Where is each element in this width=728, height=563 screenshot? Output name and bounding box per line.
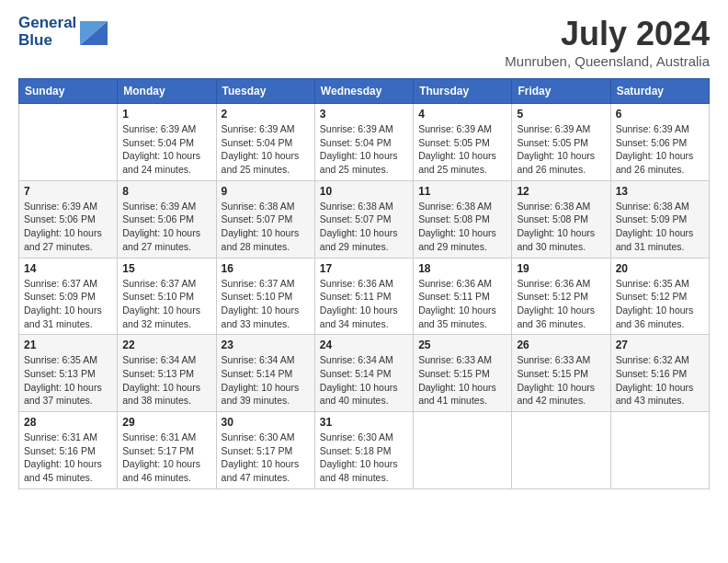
day-info: Sunrise: 6:34 AM Sunset: 5:13 PM Dayligh…: [122, 353, 210, 408]
day-number: 3: [320, 108, 408, 121]
day-info: Sunrise: 6:36 AM Sunset: 5:11 PM Dayligh…: [418, 277, 506, 331]
day-number: 5: [517, 108, 605, 121]
day-info: Sunrise: 6:37 AM Sunset: 5:10 PM Dayligh…: [122, 277, 210, 331]
day-number: 4: [418, 108, 506, 121]
day-number: 17: [320, 262, 408, 275]
logo-icon: [80, 12, 108, 45]
calendar-day-cell: 15Sunrise: 6:37 AM Sunset: 5:10 PM Dayli…: [118, 258, 216, 335]
day-number: 14: [24, 262, 112, 275]
day-info: Sunrise: 6:35 AM Sunset: 5:13 PM Dayligh…: [24, 353, 112, 408]
day-number: 28: [24, 416, 112, 429]
day-info: Sunrise: 6:38 AM Sunset: 5:08 PM Dayligh…: [418, 200, 506, 254]
logo-line1: General: [18, 15, 76, 32]
calendar-day-cell: 10Sunrise: 6:38 AM Sunset: 5:07 PM Dayli…: [314, 180, 413, 258]
day-number: 8: [122, 185, 210, 198]
day-number: 29: [122, 416, 210, 429]
calendar-table: SundayMondayTuesdayWednesdayThursdayFrid…: [18, 78, 710, 489]
calendar-day-cell: 17Sunrise: 6:36 AM Sunset: 5:11 PM Dayli…: [314, 258, 413, 335]
day-number: 13: [616, 185, 704, 198]
calendar-week-row: 7Sunrise: 6:39 AM Sunset: 5:06 PM Daylig…: [19, 180, 710, 258]
day-number: 24: [320, 339, 408, 351]
calendar-day-cell: 22Sunrise: 6:34 AM Sunset: 5:13 PM Dayli…: [118, 335, 216, 412]
calendar-day-cell: 29Sunrise: 6:31 AM Sunset: 5:17 PM Dayli…: [118, 412, 216, 489]
day-number: 20: [616, 262, 704, 275]
day-info: Sunrise: 6:37 AM Sunset: 5:09 PM Dayligh…: [24, 277, 112, 331]
main-title: July 2024: [505, 15, 710, 53]
day-number: 2: [222, 108, 310, 121]
day-info: Sunrise: 6:36 AM Sunset: 5:11 PM Dayligh…: [320, 277, 408, 331]
weekday-header: Tuesday: [216, 79, 314, 104]
calendar-week-row: 1Sunrise: 6:39 AM Sunset: 5:04 PM Daylig…: [19, 104, 710, 181]
day-info: Sunrise: 6:31 AM Sunset: 5:17 PM Dayligh…: [122, 431, 210, 485]
calendar-day-cell: [19, 104, 118, 181]
day-info: Sunrise: 6:30 AM Sunset: 5:18 PM Dayligh…: [320, 431, 408, 485]
page: General Blue July 2024 Munruben, Queensl…: [0, 0, 728, 563]
calendar-week-row: 14Sunrise: 6:37 AM Sunset: 5:09 PM Dayli…: [19, 258, 710, 335]
calendar-week-row: 21Sunrise: 6:35 AM Sunset: 5:13 PM Dayli…: [19, 335, 710, 412]
day-info: Sunrise: 6:39 AM Sunset: 5:05 PM Dayligh…: [418, 122, 506, 177]
calendar-day-cell: [512, 412, 610, 489]
logo-line2: Blue: [18, 32, 76, 50]
calendar-day-cell: 23Sunrise: 6:34 AM Sunset: 5:14 PM Dayli…: [216, 335, 314, 412]
calendar-day-cell: 12Sunrise: 6:38 AM Sunset: 5:08 PM Dayli…: [512, 180, 610, 258]
calendar-day-cell: 8Sunrise: 6:39 AM Sunset: 5:06 PM Daylig…: [118, 180, 216, 258]
day-info: Sunrise: 6:30 AM Sunset: 5:17 PM Dayligh…: [222, 431, 310, 485]
day-info: Sunrise: 6:35 AM Sunset: 5:12 PM Dayligh…: [616, 277, 704, 331]
day-info: Sunrise: 6:33 AM Sunset: 5:15 PM Dayligh…: [517, 353, 605, 408]
day-info: Sunrise: 6:37 AM Sunset: 5:10 PM Dayligh…: [222, 277, 310, 331]
day-number: 21: [24, 339, 112, 351]
day-number: 16: [222, 262, 310, 275]
calendar-day-cell: 5Sunrise: 6:39 AM Sunset: 5:05 PM Daylig…: [512, 104, 610, 181]
day-info: Sunrise: 6:38 AM Sunset: 5:09 PM Dayligh…: [616, 200, 704, 254]
calendar-day-cell: 11Sunrise: 6:38 AM Sunset: 5:08 PM Dayli…: [414, 180, 512, 258]
calendar-day-cell: 24Sunrise: 6:34 AM Sunset: 5:14 PM Dayli…: [314, 335, 413, 412]
day-info: Sunrise: 6:32 AM Sunset: 5:16 PM Dayligh…: [616, 353, 704, 408]
weekday-header: Monday: [118, 79, 216, 104]
day-info: Sunrise: 6:39 AM Sunset: 5:05 PM Dayligh…: [517, 122, 605, 177]
day-number: 9: [222, 185, 310, 198]
day-number: 1: [122, 108, 210, 121]
day-number: 27: [616, 339, 704, 351]
calendar-day-cell: 1Sunrise: 6:39 AM Sunset: 5:04 PM Daylig…: [118, 104, 216, 181]
calendar-day-cell: 20Sunrise: 6:35 AM Sunset: 5:12 PM Dayli…: [610, 258, 709, 335]
day-info: Sunrise: 6:39 AM Sunset: 5:06 PM Dayligh…: [122, 200, 210, 254]
calendar-day-cell: 28Sunrise: 6:31 AM Sunset: 5:16 PM Dayli…: [19, 412, 118, 489]
calendar-day-cell: 25Sunrise: 6:33 AM Sunset: 5:15 PM Dayli…: [414, 335, 512, 412]
day-number: 23: [222, 339, 310, 351]
subtitle: Munruben, Queensland, Australia: [505, 53, 710, 69]
day-info: Sunrise: 6:36 AM Sunset: 5:12 PM Dayligh…: [517, 277, 605, 331]
day-info: Sunrise: 6:39 AM Sunset: 5:04 PM Dayligh…: [320, 122, 408, 177]
calendar-day-cell: 26Sunrise: 6:33 AM Sunset: 5:15 PM Dayli…: [512, 335, 610, 412]
calendar-day-cell: 21Sunrise: 6:35 AM Sunset: 5:13 PM Dayli…: [19, 335, 118, 412]
day-info: Sunrise: 6:31 AM Sunset: 5:16 PM Dayligh…: [24, 431, 112, 485]
calendar-header-row: SundayMondayTuesdayWednesdayThursdayFrid…: [19, 79, 710, 104]
calendar-day-cell: 9Sunrise: 6:38 AM Sunset: 5:07 PM Daylig…: [216, 180, 314, 258]
weekday-header: Thursday: [414, 79, 512, 104]
day-number: 7: [24, 185, 112, 198]
calendar-day-cell: 4Sunrise: 6:39 AM Sunset: 5:05 PM Daylig…: [414, 104, 512, 181]
day-info: Sunrise: 6:39 AM Sunset: 5:06 PM Dayligh…: [24, 200, 112, 254]
day-number: 26: [517, 339, 605, 351]
calendar-day-cell: 6Sunrise: 6:39 AM Sunset: 5:06 PM Daylig…: [610, 104, 709, 181]
calendar-day-cell: 13Sunrise: 6:38 AM Sunset: 5:09 PM Dayli…: [610, 180, 709, 258]
weekday-header: Wednesday: [314, 79, 413, 104]
day-number: 31: [320, 416, 408, 429]
title-block: July 2024 Munruben, Queensland, Australi…: [505, 15, 710, 69]
day-number: 6: [616, 108, 704, 121]
calendar-day-cell: [610, 412, 709, 489]
day-number: 10: [320, 185, 408, 198]
header: General Blue July 2024 Munruben, Queensl…: [18, 15, 710, 69]
day-info: Sunrise: 6:38 AM Sunset: 5:08 PM Dayligh…: [517, 200, 605, 254]
calendar-day-cell: 2Sunrise: 6:39 AM Sunset: 5:04 PM Daylig…: [216, 104, 314, 181]
calendar-week-row: 28Sunrise: 6:31 AM Sunset: 5:16 PM Dayli…: [19, 412, 710, 489]
calendar-day-cell: 14Sunrise: 6:37 AM Sunset: 5:09 PM Dayli…: [19, 258, 118, 335]
day-info: Sunrise: 6:33 AM Sunset: 5:15 PM Dayligh…: [418, 353, 506, 408]
day-info: Sunrise: 6:38 AM Sunset: 5:07 PM Dayligh…: [320, 200, 408, 254]
day-info: Sunrise: 6:39 AM Sunset: 5:06 PM Dayligh…: [616, 122, 704, 177]
day-number: 18: [418, 262, 506, 275]
calendar-day-cell: 19Sunrise: 6:36 AM Sunset: 5:12 PM Dayli…: [512, 258, 610, 335]
calendar-day-cell: 31Sunrise: 6:30 AM Sunset: 5:18 PM Dayli…: [314, 412, 413, 489]
logo-text: General Blue: [18, 15, 108, 49]
day-number: 30: [222, 416, 310, 429]
day-number: 15: [122, 262, 210, 275]
